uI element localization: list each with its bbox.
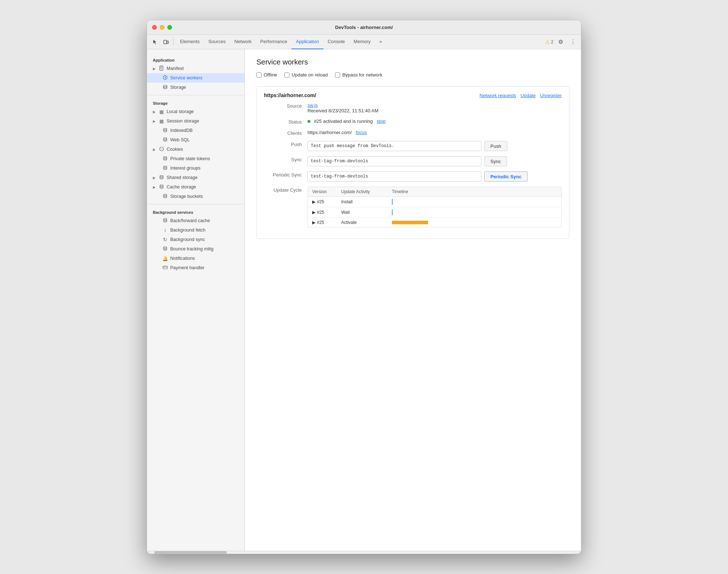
timeline-line-icon <box>392 199 393 205</box>
maximize-button[interactable] <box>167 25 172 30</box>
sidebar-item-bounce-tracking[interactable]: Bounce tracking mitig <box>147 244 244 254</box>
sidebar-label-shared-storage: Shared storage <box>167 175 197 180</box>
tab-memory[interactable]: Memory <box>349 35 375 49</box>
sidebar-label-bounce-tracking: Bounce tracking mitig <box>170 246 214 251</box>
row-arrow-icon[interactable]: ▶ <box>312 210 315 215</box>
update-link[interactable]: Update <box>520 93 536 98</box>
bottom-scrollbar[interactable] <box>147 551 581 554</box>
periodic-sync-input[interactable] <box>307 171 481 182</box>
window-title: DevTools - airhorner.com/ <box>335 25 393 30</box>
sidebar-item-background-fetch[interactable]: ↕ Background fetch <box>147 225 244 235</box>
source-value: sw.js Received 8/23/2022, 11:51:40 AM <box>307 103 562 113</box>
status-text: #25 activated and is running <box>314 118 373 124</box>
sidebar-item-cache-storage[interactable]: ▶ Cache storage <box>147 182 244 192</box>
sidebar-label-storage: Storage <box>170 85 186 90</box>
svg-point-8 <box>163 85 167 87</box>
notifications-icon: 🔔 <box>162 256 168 261</box>
private-state-tokens-icon <box>162 156 168 162</box>
bypass-for-network-checkbox-label[interactable]: Bypass for network <box>335 72 382 78</box>
received-text: Received 8/23/2022, 11:51:40 AM <box>307 108 378 113</box>
periodic-sync-button[interactable]: Periodic Sync <box>484 171 528 182</box>
tab-console[interactable]: Console <box>323 35 350 49</box>
tab-sources[interactable]: Sources <box>204 35 230 49</box>
device-icon[interactable] <box>161 37 171 47</box>
row-arrow-icon[interactable]: ▶ <box>312 220 315 225</box>
tab-performance[interactable]: Performance <box>256 35 292 49</box>
sidebar-item-manifest[interactable]: ▶ Manifest <box>147 64 244 73</box>
push-input[interactable] <box>307 141 481 151</box>
clients-value: https://airhorner.com/ focus <box>307 130 562 135</box>
push-value: Push <box>307 141 562 151</box>
sidebar-label-notifications: Notifications <box>170 256 195 261</box>
source-link[interactable]: sw.js <box>307 103 318 108</box>
col-timeline: Timeline <box>392 189 557 194</box>
bypass-for-network-checkbox[interactable] <box>335 72 340 78</box>
sidebar-item-session-storage[interactable]: ▶ ▦ Session storage <box>147 116 244 126</box>
sync-button[interactable]: Sync <box>484 156 507 166</box>
version-1: #25 <box>317 199 324 204</box>
sync-value: Sync <box>307 156 562 166</box>
svg-point-20 <box>164 219 167 220</box>
sidebar-item-web-sql[interactable]: Web SQL <box>147 135 244 145</box>
periodic-sync-label: Periodic Sync <box>264 171 307 178</box>
sidebar-item-payment-handler[interactable]: Payment handler <box>147 263 244 273</box>
unregister-link[interactable]: Unregister <box>540 93 562 98</box>
sidebar-item-indexeddb[interactable]: IndexedDB <box>147 126 244 135</box>
sidebar-item-back-forward-cache[interactable]: Back/forward cache <box>147 216 244 225</box>
clients-label: Clients <box>264 130 307 136</box>
sidebar-label-background-sync: Background sync <box>170 237 205 242</box>
stop-link[interactable]: stop <box>377 118 386 124</box>
minimize-button[interactable] <box>160 25 164 30</box>
version-cell-1: ▶ #25 <box>312 199 341 204</box>
status-label: Status <box>264 118 307 125</box>
more-options-icon[interactable]: ⋮ <box>568 37 578 47</box>
tab-elements[interactable]: Elements <box>176 35 204 49</box>
push-button[interactable]: Push <box>484 141 507 151</box>
sidebar-item-notifications[interactable]: 🔔 Notifications <box>147 254 244 263</box>
tab-network[interactable]: Network <box>230 35 256 49</box>
devtools-toolbar: Elements Sources Network Performance App… <box>147 35 581 49</box>
sidebar-item-storage[interactable]: Storage <box>147 83 244 92</box>
sidebar-item-cookies[interactable]: ▶ Cookies <box>147 145 244 154</box>
update-on-reload-checkbox[interactable] <box>284 72 289 78</box>
cursor-icon[interactable] <box>150 37 160 47</box>
sidebar-item-service-workers[interactable]: Service workers <box>147 73 244 83</box>
sync-input[interactable] <box>307 156 481 166</box>
tab-application[interactable]: Application <box>292 35 323 49</box>
update-cycle-label: Update Cycle <box>264 187 307 193</box>
offline-checkbox-label[interactable]: Offline <box>256 72 277 78</box>
close-button[interactable] <box>152 25 157 30</box>
clients-url: https://airhorner.com/ <box>307 130 352 135</box>
periodic-sync-value: Periodic Sync <box>307 171 562 182</box>
sidebar-divider-2 <box>147 204 244 204</box>
sidebar-item-storage-buckets[interactable]: Storage buckets <box>147 192 244 201</box>
row-arrow-icon[interactable]: ▶ <box>312 199 315 204</box>
svg-point-9 <box>164 128 167 130</box>
sidebar-item-background-sync[interactable]: ↻ Background sync <box>147 235 244 244</box>
content-area: Service workers Offline Update on reload… <box>245 49 581 551</box>
update-on-reload-checkbox-label[interactable]: Update on reload <box>284 72 328 78</box>
sidebar-item-shared-storage[interactable]: ▶ Shared storage <box>147 173 244 182</box>
sidebar-label-interest-groups: Interest groups <box>170 166 200 171</box>
offline-checkbox[interactable] <box>256 72 262 78</box>
source-label: Source <box>264 103 307 109</box>
timeline-bar-icon <box>392 221 428 224</box>
table-row: ▶ #25 Activate <box>308 218 561 227</box>
push-label: Push <box>264 141 307 147</box>
arrow-icon: ▶ <box>153 185 156 189</box>
sidebar-item-private-state-tokens[interactable]: Private state tokens <box>147 154 244 163</box>
warning-badge[interactable]: ⚠ 2 <box>545 39 553 45</box>
svg-point-15 <box>164 157 167 158</box>
local-storage-icon: ▦ <box>159 109 164 115</box>
table-row: ▶ #25 Install <box>308 197 561 207</box>
scrollbar-thumb[interactable] <box>154 551 227 554</box>
sidebar-item-local-storage[interactable]: ▶ ▦ Local storage <box>147 107 244 116</box>
sidebar-item-interest-groups[interactable]: Interest groups <box>147 163 244 173</box>
tab-more[interactable]: » <box>375 35 386 49</box>
network-requests-link[interactable]: Network requests <box>480 93 516 98</box>
shared-storage-icon <box>159 175 164 181</box>
traffic-lights <box>152 25 172 30</box>
service-workers-icon <box>162 75 168 81</box>
focus-link[interactable]: focus <box>356 130 367 135</box>
settings-icon[interactable]: ⚙ <box>556 37 566 47</box>
